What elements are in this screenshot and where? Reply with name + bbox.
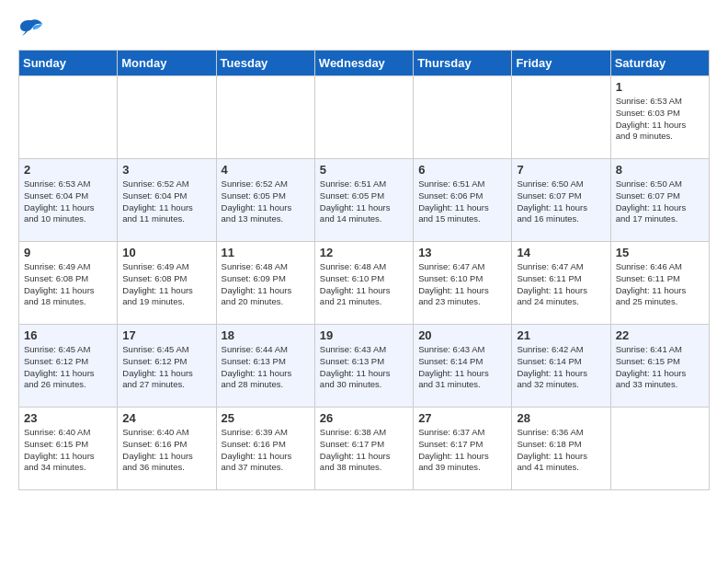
day-number: 12: [320, 246, 408, 259]
day-number: 19: [320, 328, 408, 342]
calendar-cell: 20Sunrise: 6:43 AM Sunset: 6:14 PM Dayli…: [414, 325, 512, 408]
calendar-cell: 7Sunrise: 6:50 AM Sunset: 6:07 PM Daylig…: [512, 159, 610, 242]
day-number: 26: [320, 411, 408, 425]
day-number: 13: [418, 246, 506, 259]
day-header-friday: Friday: [512, 51, 610, 76]
cell-info: Sunrise: 6:50 AM Sunset: 6:07 PM Dayligh…: [616, 178, 704, 225]
day-number: 23: [24, 411, 112, 425]
day-number: 24: [122, 411, 210, 425]
calendar-cell: 6Sunrise: 6:51 AM Sunset: 6:06 PM Daylig…: [414, 159, 512, 242]
cell-info: Sunrise: 6:53 AM Sunset: 6:03 PM Dayligh…: [616, 96, 704, 143]
cell-info: Sunrise: 6:51 AM Sunset: 6:06 PM Dayligh…: [418, 178, 506, 225]
day-number: 21: [517, 328, 605, 342]
cell-info: Sunrise: 6:53 AM Sunset: 6:04 PM Dayligh…: [24, 178, 112, 225]
calendar-cell: 12Sunrise: 6:48 AM Sunset: 6:10 PM Dayli…: [314, 242, 413, 325]
cell-info: Sunrise: 6:40 AM Sunset: 6:15 PM Dayligh…: [24, 427, 112, 474]
day-number: 3: [122, 163, 210, 177]
calendar-cell: 23Sunrise: 6:40 AM Sunset: 6:15 PM Dayli…: [19, 408, 118, 490]
day-header-tuesday: Tuesday: [216, 51, 314, 76]
calendar-cell: 13Sunrise: 6:47 AM Sunset: 6:10 PM Dayli…: [414, 242, 512, 325]
day-header-thursday: Thursday: [414, 51, 512, 76]
cell-info: Sunrise: 6:40 AM Sunset: 6:16 PM Dayligh…: [122, 427, 210, 474]
cell-info: Sunrise: 6:43 AM Sunset: 6:13 PM Dayligh…: [320, 344, 408, 391]
day-header-sunday: Sunday: [19, 51, 118, 76]
cell-info: Sunrise: 6:39 AM Sunset: 6:16 PM Dayligh…: [222, 427, 310, 474]
day-header-wednesday: Wednesday: [314, 51, 413, 76]
cell-info: Sunrise: 6:42 AM Sunset: 6:14 PM Dayligh…: [517, 344, 605, 391]
days-header-row: SundayMondayTuesdayWednesdayThursdayFrid…: [19, 51, 710, 76]
calendar-cell: 15Sunrise: 6:46 AM Sunset: 6:11 PM Dayli…: [610, 242, 709, 325]
bird-icon: [18, 18, 44, 37]
day-header-saturday: Saturday: [610, 51, 709, 76]
day-number: 6: [418, 163, 506, 177]
cell-info: Sunrise: 6:47 AM Sunset: 6:10 PM Dayligh…: [418, 261, 506, 308]
day-number: 15: [616, 246, 704, 259]
cell-info: Sunrise: 6:36 AM Sunset: 6:18 PM Dayligh…: [517, 427, 605, 474]
day-number: 9: [24, 246, 112, 259]
calendar-cell: 4Sunrise: 6:52 AM Sunset: 6:05 PM Daylig…: [216, 159, 314, 242]
day-number: 2: [24, 163, 112, 177]
calendar-week-4: 16Sunrise: 6:45 AM Sunset: 6:12 PM Dayli…: [19, 325, 710, 408]
cell-info: Sunrise: 6:52 AM Sunset: 6:05 PM Dayligh…: [222, 178, 310, 225]
cell-info: Sunrise: 6:50 AM Sunset: 6:07 PM Dayligh…: [517, 178, 605, 225]
day-number: 25: [222, 411, 310, 425]
day-number: 18: [222, 328, 310, 342]
day-number: 1: [616, 80, 704, 94]
calendar-cell: [512, 76, 610, 159]
calendar-cell: 27Sunrise: 6:37 AM Sunset: 6:17 PM Dayli…: [414, 408, 512, 490]
calendar-week-3: 9Sunrise: 6:49 AM Sunset: 6:08 PM Daylig…: [19, 242, 710, 325]
calendar-cell: 24Sunrise: 6:40 AM Sunset: 6:16 PM Dayli…: [118, 408, 216, 490]
day-number: 8: [616, 163, 704, 177]
calendar-cell: [118, 76, 216, 159]
calendar-cell: 11Sunrise: 6:48 AM Sunset: 6:09 PM Dayli…: [216, 242, 314, 325]
cell-info: Sunrise: 6:45 AM Sunset: 6:12 PM Dayligh…: [24, 344, 112, 391]
day-number: 28: [517, 411, 605, 425]
calendar-cell: 8Sunrise: 6:50 AM Sunset: 6:07 PM Daylig…: [610, 159, 709, 242]
calendar-cell: 26Sunrise: 6:38 AM Sunset: 6:17 PM Dayli…: [314, 408, 413, 490]
calendar-table: SundayMondayTuesdayWednesdayThursdayFrid…: [18, 50, 710, 490]
cell-info: Sunrise: 6:46 AM Sunset: 6:11 PM Dayligh…: [616, 261, 704, 308]
calendar-cell: [414, 76, 512, 159]
cell-info: Sunrise: 6:37 AM Sunset: 6:17 PM Dayligh…: [418, 427, 506, 474]
day-number: 20: [418, 328, 506, 342]
calendar-cell: 19Sunrise: 6:43 AM Sunset: 6:13 PM Dayli…: [314, 325, 413, 408]
calendar-cell: [314, 76, 413, 159]
calendar-cell: 25Sunrise: 6:39 AM Sunset: 6:16 PM Dayli…: [216, 408, 314, 490]
calendar-cell: [216, 76, 314, 159]
calendar-body: 1Sunrise: 6:53 AM Sunset: 6:03 PM Daylig…: [19, 76, 710, 490]
cell-info: Sunrise: 6:47 AM Sunset: 6:11 PM Dayligh…: [517, 261, 605, 308]
day-number: 22: [616, 328, 704, 342]
cell-info: Sunrise: 6:45 AM Sunset: 6:12 PM Dayligh…: [122, 344, 210, 391]
calendar-cell: 2Sunrise: 6:53 AM Sunset: 6:04 PM Daylig…: [19, 159, 118, 242]
day-number: 27: [418, 411, 506, 425]
cell-info: Sunrise: 6:43 AM Sunset: 6:14 PM Dayligh…: [418, 344, 506, 391]
calendar-cell: 16Sunrise: 6:45 AM Sunset: 6:12 PM Dayli…: [19, 325, 118, 408]
calendar-cell: 9Sunrise: 6:49 AM Sunset: 6:08 PM Daylig…: [19, 242, 118, 325]
calendar-cell: 17Sunrise: 6:45 AM Sunset: 6:12 PM Dayli…: [118, 325, 216, 408]
cell-info: Sunrise: 6:52 AM Sunset: 6:04 PM Dayligh…: [122, 178, 210, 225]
day-number: 17: [122, 328, 210, 342]
calendar-cell: 14Sunrise: 6:47 AM Sunset: 6:11 PM Dayli…: [512, 242, 610, 325]
calendar-cell: 21Sunrise: 6:42 AM Sunset: 6:14 PM Dayli…: [512, 325, 610, 408]
calendar-week-2: 2Sunrise: 6:53 AM Sunset: 6:04 PM Daylig…: [19, 159, 710, 242]
calendar-cell: 22Sunrise: 6:41 AM Sunset: 6:15 PM Dayli…: [610, 325, 709, 408]
cell-info: Sunrise: 6:38 AM Sunset: 6:17 PM Dayligh…: [320, 427, 408, 474]
cell-info: Sunrise: 6:41 AM Sunset: 6:15 PM Dayligh…: [616, 344, 704, 391]
cell-info: Sunrise: 6:51 AM Sunset: 6:05 PM Dayligh…: [320, 178, 408, 225]
calendar-cell: 28Sunrise: 6:36 AM Sunset: 6:18 PM Dayli…: [512, 408, 610, 490]
cell-info: Sunrise: 6:49 AM Sunset: 6:08 PM Dayligh…: [24, 261, 112, 308]
calendar-cell: 1Sunrise: 6:53 AM Sunset: 6:03 PM Daylig…: [610, 76, 709, 159]
day-number: 16: [24, 328, 112, 342]
page-header: [18, 18, 710, 40]
cell-info: Sunrise: 6:44 AM Sunset: 6:13 PM Dayligh…: [222, 344, 310, 391]
calendar-cell: [19, 76, 118, 159]
day-number: 7: [517, 163, 605, 177]
day-number: 5: [320, 163, 408, 177]
day-number: 11: [222, 246, 310, 259]
logo: [18, 18, 48, 40]
calendar-cell: 10Sunrise: 6:49 AM Sunset: 6:08 PM Dayli…: [118, 242, 216, 325]
calendar-cell: [610, 408, 709, 490]
calendar-cell: 5Sunrise: 6:51 AM Sunset: 6:05 PM Daylig…: [314, 159, 413, 242]
day-header-monday: Monday: [118, 51, 216, 76]
calendar-week-5: 23Sunrise: 6:40 AM Sunset: 6:15 PM Dayli…: [19, 408, 710, 490]
